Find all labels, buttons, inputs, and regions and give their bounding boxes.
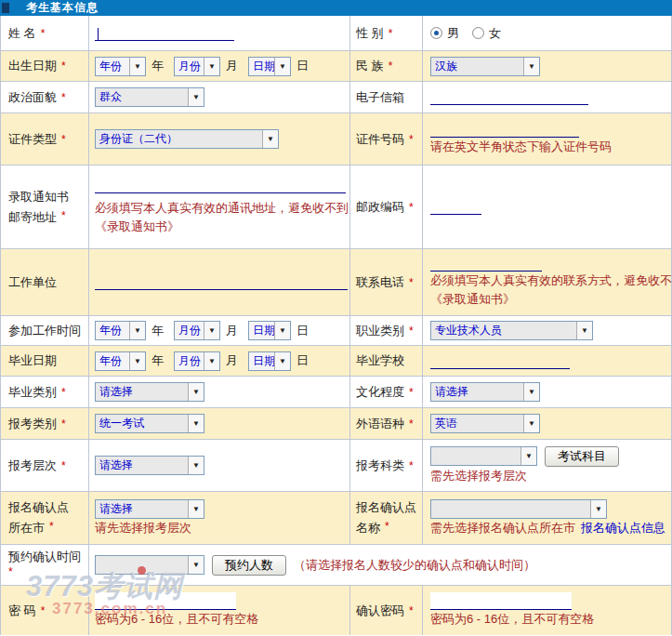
appointment-time-select[interactable]: ▼ [95,555,204,575]
name-label: 姓 名 [8,25,36,42]
graduation-year-select[interactable]: 年份▼ [95,351,146,371]
dropdown-arrow-icon: ▼ [188,383,204,401]
confirm-password-field-cell: 密码为6 - 16位，且不可有空格 [423,586,671,635]
id-number-label-cell: 证件号码* [350,113,423,165]
form-row: 工作单位 联系电话* 必须填写本人真实有效的联系方式，避免收不到 《录取通知书》 [1,249,671,316]
work-start-day-select[interactable]: 日期▼ [248,321,291,340]
id-type-label: 证件类型 [8,131,57,148]
required-mark: * [409,201,414,214]
mailing-address-label-cell: 录取通知书 邮寄地址* [1,166,89,248]
required-mark: * [409,417,414,431]
gender-label-cell: 性 别* [350,16,423,50]
form-row: 出生日期* 年份▼ 年 月份▼ 月 日期▼ 日 民 族* 汉族▼ [1,51,671,82]
contact-phone-field-cell: 必须填写本人真实有效的联系方式，避免收不到 《录取通知书》 [423,249,672,315]
confirmation-point-info-link[interactable]: 报名确认点信息 [581,520,665,537]
radio-unchecked-icon [472,27,484,39]
ethnicity-select[interactable]: 汉族▼ [430,57,540,76]
password-label: 密 码 [8,603,36,619]
required-mark: * [49,520,54,533]
graduation-category-field-cell: 请选择▼ [89,377,350,407]
work-start-year-select[interactable]: 年份▼ [95,321,146,340]
work-start-month-select[interactable]: 月份▼ [174,321,220,340]
dropdown-arrow-icon: ▼ [523,58,539,75]
graduation-school-field-cell [423,346,671,376]
mailing-address-label-line1: 录取通知书 [8,190,69,204]
exam-category-label-cell: 报考类别* [1,408,89,439]
occupation-label: 职业类别 [356,323,404,339]
exam-subject-class-select[interactable]: ▼ [430,446,537,466]
exam-subjects-button[interactable]: 考试科目 [545,446,619,467]
confirmation-city-select[interactable]: 请选择▼ [95,499,204,519]
contact-phone-input[interactable] [430,256,542,272]
postal-code-label-cell: 邮政编码* [350,166,423,248]
required-mark: * [61,133,66,146]
foreign-language-field-cell: 英语▼ [423,408,671,439]
exam-category-label: 报考类别 [8,416,57,432]
birth-date-label-cell: 出生日期* [1,51,89,81]
political-status-select[interactable]: 群众▼ [95,87,204,107]
header-bullet-icon [2,3,9,13]
name-field-cell [89,16,350,50]
work-unit-input[interactable] [95,274,348,290]
contact-phone-note-line1: 必须填写本人真实有效的联系方式，避免收不到 [430,272,672,290]
password-input[interactable] [95,592,236,610]
confirmation-point-label-cell: 报名确认点 名称* [350,492,423,544]
graduation-day-select[interactable]: 日期▼ [248,351,291,371]
confirm-password-input[interactable] [430,592,572,610]
id-type-select[interactable]: 身份证（二代）▼ [95,129,279,149]
email-label-cell: 电子信箱 [350,82,423,113]
postal-code-label: 邮政编码 [356,199,404,216]
password-label-cell: 密 码* [1,586,89,635]
mailing-address-field-cell: 必须填写本人真实有效的通讯地址，避免收不到 《录取通知书》 [89,166,350,248]
month-unit: 月 [226,58,238,74]
work-start-date-label: 参加工作时间 [8,323,81,339]
month-unit: 月 [226,352,238,369]
foreign-language-label-cell: 外语语种* [350,408,423,439]
dropdown-arrow-icon: ▼ [204,352,219,370]
mailing-address-note-line2: 《录取通知书》 [95,218,179,236]
password-field-cell: 密码为6 - 16位，且不可有空格 [89,586,350,635]
gender-male-radio[interactable]: 男 [430,25,459,42]
confirmation-point-select[interactable]: ▼ [430,499,607,519]
text-caret [98,28,99,40]
id-type-label-cell: 证件类型* [1,113,89,165]
appointment-time-field-cell: ▼ 预约人数 （请选择报名人数较少的确认点和确认时间） [89,545,671,585]
exam-category-select[interactable]: 统一考试▼ [95,414,204,433]
radio-checked-icon [430,27,442,39]
graduation-category-select[interactable]: 请选择▼ [95,382,204,402]
confirmation-city-field-cell: 请选择▼ 请先选择报考层次 [89,492,350,544]
required-mark: * [409,459,414,472]
required-mark: * [409,133,414,146]
email-label: 电子信箱 [356,89,404,106]
form-row: 报考层次* 请选择▼ 报考科类* ▼ 考试科目 需先选择报考层次 [1,440,671,492]
birth-month-select[interactable]: 月份▼ [174,57,220,76]
exam-level-label: 报考层次 [8,457,57,474]
postal-code-field-cell [423,166,671,248]
dropdown-arrow-icon: ▼ [204,322,219,339]
required-mark: * [61,386,66,399]
appointment-count-button[interactable]: 预约人数 [212,555,286,576]
education-level-select[interactable]: 请选择▼ [430,382,540,402]
exam-level-field-cell: 请选择▼ [89,440,350,491]
name-input[interactable] [95,25,234,41]
id-number-label: 证件号码 [356,131,404,148]
foreign-language-select[interactable]: 英语▼ [430,414,540,433]
gender-female-radio[interactable]: 女 [472,25,501,42]
id-number-input[interactable] [430,122,579,138]
occupation-select[interactable]: 专业技术人员▼ [430,321,593,340]
birth-day-select[interactable]: 日期▼ [248,57,291,76]
postal-code-input[interactable] [430,199,481,215]
required-mark: * [61,209,66,222]
contact-phone-label: 联系电话 [356,274,404,291]
email-input[interactable] [430,89,588,105]
exam-level-select[interactable]: 请选择▼ [95,456,204,475]
form-row: 毕业日期 年份▼ 年 月份▼ 月 日期▼ 日 毕业学校 [1,346,671,377]
birth-year-select[interactable]: 年份▼ [95,57,146,76]
id-type-field-cell: 身份证（二代）▼ [89,113,350,165]
dropdown-arrow-icon: ▼ [274,322,290,339]
required-mark: * [409,276,414,289]
graduation-month-select[interactable]: 月份▼ [174,351,220,371]
graduation-school-input[interactable] [430,353,570,369]
work-start-date-field-cell: 年份▼ 年 月份▼ 月 日期▼ 日 [89,316,350,345]
mailing-address-input[interactable] [95,178,346,193]
